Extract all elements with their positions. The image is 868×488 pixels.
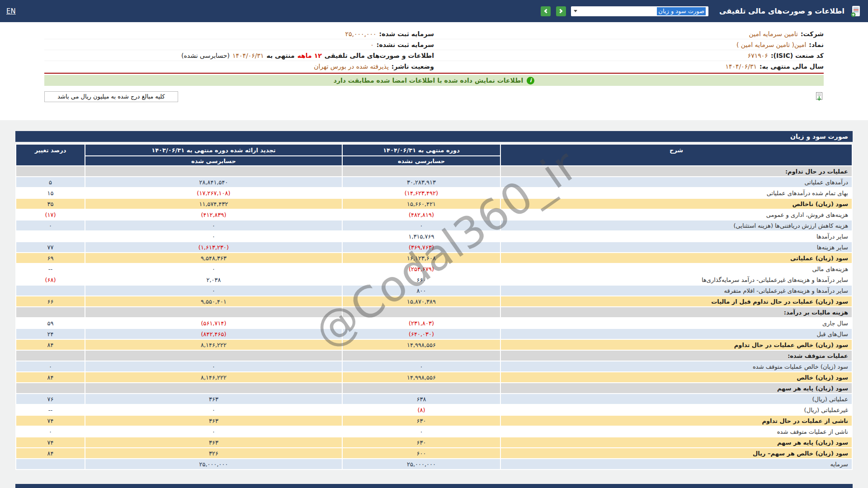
value-change-percent: ۷۴	[16, 416, 85, 426]
header-current-audit-state: حسابرسی نشده	[343, 156, 500, 165]
pl-table: شرح دوره منتهی به ۱۴۰۴/۰۶/۳۱ تجدید ارائه…	[15, 144, 853, 470]
isic-row: کد صنعت (ISIC): ۶۷۱۹۰۶	[434, 50, 824, 61]
table-row: سایر درآمدها۱,۳۱۵,۷۶۹۰	[16, 231, 852, 241]
value-current-period	[343, 351, 500, 361]
value-change-percent: ۰	[16, 427, 85, 436]
header-previous-period: تجدید ارائه شده دوره منتهی به ۱۴۰۳/۰۶/۳۱	[85, 145, 342, 155]
section-row: هزینه مالیات بر درآمد:	[16, 307, 852, 317]
row-label: هزینه‌های فروش، اداری و عمومی	[501, 210, 852, 220]
next-statement-button[interactable]	[556, 6, 566, 16]
value-change-percent	[16, 351, 85, 361]
period-date: ۱۴۰۴/۰۶/۳۱	[232, 52, 264, 59]
row-label: سایر درآمدها و هزینه‌های غیرعملیاتی- اقل…	[501, 286, 852, 296]
value-change-percent: --	[16, 405, 85, 415]
row-label: غیرعملیاتی (ریال)	[501, 405, 852, 415]
red-divider	[44, 73, 824, 74]
table-row: سود (زیان) عملیاتی۱۶,۱۲۳,۶۰۸۹,۵۴۸,۳۶۳۶۹	[16, 253, 852, 263]
signed-data-notice-text: اطلاعات نمایش داده شده با اطلاعات امضا ش…	[334, 77, 523, 84]
symbol-value: امین( تامین سرمایه امین )	[736, 41, 806, 48]
value-previous-period: ۰	[85, 286, 342, 296]
table-row: هزینه‌های مالی(۲۵۴,۶۷۹)۰--	[16, 264, 852, 274]
row-label: سال‌های قبل	[501, 329, 852, 339]
value-current-period: (۶۴۰,۰۳۰)	[343, 329, 500, 339]
row-label: سود (زیان) خالص عملیات در حال تداوم	[501, 340, 852, 350]
export-icon[interactable]	[815, 92, 824, 102]
row-label: سایر هزینه‌ها	[501, 242, 852, 252]
period-audit-state: (حسابرسی نشده)	[181, 52, 230, 59]
unregistered-capital-row: سرمایه ثبت نشده: ۰	[44, 39, 434, 50]
value-previous-period: ۳۶۳	[85, 437, 342, 447]
value-change-percent: ۵۹	[16, 318, 85, 328]
value-change-percent: ۲۴	[16, 329, 85, 339]
statement-section: صورت سود و زیان شرح دوره منتهی به ۱۴۰۴/۰…	[0, 120, 868, 488]
value-current-period: ۰	[343, 427, 500, 436]
prev-statement-button[interactable]	[541, 6, 551, 16]
value-change-percent: (۱۷)	[16, 210, 85, 220]
row-label: سود (زیان) ناخالص	[501, 199, 852, 209]
header-previous-audit-state: حسابرسی شده	[85, 156, 342, 165]
period-row: اطلاعات و صورت‌های مالی تلفیقی ۱۲ ماهه م…	[44, 50, 434, 61]
fiscal-year-label: سال مالی منتهی به:	[760, 63, 824, 70]
chevron-left-icon	[544, 9, 549, 14]
row-label: سود (زیان) خالص	[501, 372, 852, 382]
table-row: سایر درآمدها و هزینه‌های غیرعملیاتی- درآ…	[16, 275, 852, 285]
value-change-percent: ۷۷	[16, 242, 85, 252]
row-label: عملیات در حال تداوم:	[501, 166, 852, 176]
company-label: شرکت:	[801, 30, 824, 38]
value-change-percent: --	[16, 264, 85, 274]
value-current-period	[343, 383, 500, 393]
value-previous-period: ۱۱,۵۷۴,۴۳۲	[85, 199, 342, 209]
unregistered-capital-value: ۰	[370, 41, 374, 48]
issuer-status-label: وضعیت ناشر:	[392, 63, 434, 70]
value-previous-period: (۱,۶۱۳,۲۳۰)	[85, 242, 342, 252]
isic-value: ۶۷۱۹۰۶	[748, 52, 768, 59]
row-label: سود (زیان) عملیاتی	[501, 253, 852, 263]
row-label: سایر درآمدها و هزینه‌های غیرعملیاتی- درآ…	[501, 275, 852, 285]
value-current-period: (۸)	[343, 405, 500, 415]
value-previous-period: (۴۱۲,۸۳۹)	[85, 210, 342, 220]
value-change-percent	[16, 286, 85, 296]
value-previous-period	[85, 307, 342, 317]
row-label: هزینه مالیات بر درآمد:	[501, 307, 852, 317]
value-current-period: ۱۴,۹۹۸,۵۵۶	[343, 340, 500, 350]
value-change-percent: ۸۴	[16, 340, 85, 350]
company-info-section: شرکت: تامین سرمایه امین نماد: امین( تامی…	[0, 22, 868, 120]
statement-select[interactable]: صورت سود و زیان	[571, 6, 708, 16]
header-change-percent: درصد تغییر	[16, 145, 85, 165]
table-row: سود (زیان) ناخالص۱۵,۶۶۰,۴۲۱۱۱,۵۷۴,۴۳۲۳۵	[16, 199, 852, 209]
issuer-status-value: پذیرفته شده در بورس تهران	[314, 63, 389, 70]
value-previous-period: ۲۵,۰۰۰,۰۰۰	[85, 459, 342, 469]
table-row: سال‌های قبل(۶۴۰,۰۳۰)(۸۴۲,۴۶۵)۲۴	[16, 329, 852, 339]
period-months: ۱۲ ماهه	[297, 52, 322, 59]
value-previous-period: ۳۶۳	[85, 394, 342, 404]
value-current-period: (۲۳۱,۸۰۳)	[343, 318, 500, 328]
row-label: عملیاتی (ریال)	[501, 394, 852, 404]
value-change-percent: ۸۴	[16, 448, 85, 458]
value-change-percent: ۰	[16, 361, 85, 371]
row-label: سرمایه	[501, 459, 852, 469]
amounts-unit-note-tab[interactable]: کلیه مبالغ درج شده به میلیون ریال می باش…	[44, 91, 178, 102]
value-change-percent: ۳۵	[16, 199, 85, 209]
company-value: تامین سرمایه امین	[749, 30, 798, 38]
company-info-left-column: سرمایه ثبت شده: ۲۵,۰۰۰,۰۰۰ سرمایه ثبت نش…	[44, 28, 434, 72]
value-current-period: (۱۴,۶۲۳,۴۹۲)	[343, 188, 500, 198]
table-row: هزینه‌های فروش، اداری و عمومی(۴۸۲,۸۱۹)(۴…	[16, 210, 852, 220]
table-row: سود (زیان) خالص عملیات در حال تداوم۱۴,۹۹…	[16, 340, 852, 350]
value-change-percent: ۷۴	[16, 437, 85, 447]
symbol-row: نماد: امین( تامین سرمایه امین )	[434, 39, 824, 50]
value-current-period: ۶۳۸	[343, 394, 500, 404]
value-previous-period: ۸,۱۴۶,۲۲۲	[85, 372, 342, 382]
value-current-period: ۱۴,۹۹۸,۵۵۶	[343, 372, 500, 382]
table-row: هزینه کاهش ارزش دریافتنی‌ها (هزینه استثن…	[16, 221, 852, 230]
table-row: سود (زیان) عملیات در حال تداوم قبل از ما…	[16, 296, 852, 306]
period-label: اطلاعات و صورت‌های مالی تلفیقی	[325, 52, 434, 59]
table-row: ناشی از عملیات متوقف شده۰۰۰	[16, 427, 852, 436]
value-previous-period: ۰	[85, 427, 342, 436]
value-current-period: (۴۸۲,۸۱۹)	[343, 210, 500, 220]
table-row: سود (زیان) خالص۱۴,۹۹۸,۵۵۶۸,۱۴۶,۲۲۲۸۴	[16, 372, 852, 382]
value-previous-period: ۰	[85, 221, 342, 230]
row-label: سود (زیان) پایه هر سهم	[501, 437, 852, 447]
language-switch-en[interactable]: EN	[6, 7, 16, 15]
value-current-period: ۰	[343, 361, 500, 371]
pl-table-body: عملیات در حال تداوم:درآمدهای عملیاتی۳۰,۲…	[16, 166, 852, 469]
